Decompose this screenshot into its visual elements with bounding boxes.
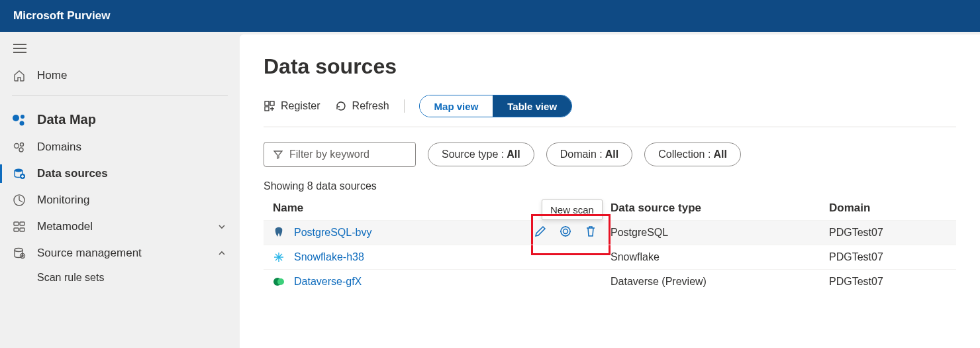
row-domain: PDGTest07 [829,227,980,239]
result-count: Showing 8 data sources [264,180,956,192]
postgres-icon [273,227,285,239]
table-row[interactable]: Snowflake-h38 Snowflake PDGTest07 [264,245,956,269]
nav-data-sources[interactable]: Data sources [0,160,240,187]
svg-rect-15 [265,101,269,105]
svg-rect-16 [270,101,274,105]
chevron-up-icon [217,249,226,258]
map-view-toggle[interactable]: Map view [420,95,493,117]
svg-point-2 [20,121,24,125]
register-button[interactable]: Register [264,100,320,112]
monitoring-icon [12,194,26,207]
svg-point-3 [15,144,19,148]
nav-source-management[interactable]: Source management [0,240,240,266]
nav-metamodel-label: Metamodel [37,220,93,233]
page-title: Data sources [264,54,956,79]
svg-point-5 [19,148,23,152]
register-label: Register [281,100,320,112]
nav-data-sources-label: Data sources [37,167,108,180]
dataverse-icon [273,276,285,288]
refresh-button[interactable]: Refresh [335,100,389,112]
data-sources-icon [12,167,26,180]
data-map-icon [12,113,26,127]
row-name-link[interactable]: Dataverse-gfX [294,276,362,288]
view-toggle: Map view Table view [419,95,572,117]
app-header: Microsoft Purview [0,0,980,32]
sidebar: Home Data Map Domains Data sources [0,32,240,348]
row-domain: PDGTest07 [829,276,980,288]
svg-point-21 [277,278,284,285]
nav-domains[interactable]: Domains [0,134,240,160]
delete-icon[interactable] [584,225,597,238]
nav-home[interactable]: Home [0,62,240,89]
filter-source-type[interactable]: Source type : All [428,143,534,166]
filter-keyword-placeholder: Filter by keyword [289,148,369,160]
nav-domains-label: Domains [37,141,81,154]
refresh-label: Refresh [352,100,389,112]
svg-rect-10 [20,222,24,225]
col-domain[interactable]: Domain [829,202,980,215]
domains-icon [12,141,26,154]
svg-point-19 [564,229,568,234]
row-type: Dataverse (Preview) [611,276,829,288]
section-data-map-label: Data Map [37,112,96,127]
section-data-map[interactable]: Data Map [0,100,240,134]
main-content: Data sources Register Refresh Map view T… [240,34,980,348]
table-row[interactable]: Dataverse-gfX Dataverse (Preview) PDGTes… [264,269,956,294]
svg-point-0 [13,115,19,121]
refresh-icon [335,100,347,112]
svg-point-18 [561,227,570,236]
source-management-icon [12,247,26,260]
filter-collection[interactable]: Collection : All [644,143,741,166]
nav-monitoring-label: Monitoring [37,194,89,207]
nav-scan-rule-sets[interactable]: Scan rule sets [0,266,240,289]
edit-icon[interactable] [534,225,547,238]
table-row[interactable]: PostgreSQL-bvy PostgreSQL PDGTest07 New … [264,220,956,245]
svg-rect-12 [20,228,24,231]
snowflake-icon [273,251,285,263]
filter-icon [273,150,283,159]
nav-metamodel[interactable]: Metamodel [0,213,240,240]
register-icon [264,100,275,112]
svg-point-1 [21,115,24,119]
nav-monitoring[interactable]: Monitoring [0,187,240,213]
row-type: PostgreSQL [611,227,829,239]
filter-keyword-input[interactable]: Filter by keyword [264,142,416,167]
new-scan-icon[interactable] [559,225,572,238]
nav-source-management-label: Source management [37,247,142,260]
product-name: Microsoft Purview [13,9,110,23]
sidebar-divider [12,95,228,96]
data-sources-table: Name Data source type Domain PostgreSQL-… [264,196,956,294]
svg-rect-17 [265,107,269,111]
chevron-down-icon [217,222,226,231]
hamburger-icon[interactable] [13,44,26,53]
row-type: Snowflake [611,251,829,263]
metamodel-icon [12,220,26,233]
row-name-link[interactable]: Snowflake-h38 [294,251,364,263]
table-header: Name Data source type Domain [264,196,956,220]
svg-rect-9 [14,222,19,225]
svg-rect-11 [14,228,19,231]
row-domain: PDGTest07 [829,251,980,263]
filter-row: Filter by keyword Source type : All Doma… [264,142,956,167]
table-view-toggle[interactable]: Table view [493,95,571,117]
toolbar-separator [404,99,405,113]
new-scan-tooltip: New scan [542,200,603,220]
svg-point-6 [15,169,23,172]
row-name-link[interactable]: PostgreSQL-bvy [294,227,371,239]
col-type[interactable]: Data source type [611,202,829,215]
toolbar: Register Refresh Map view Table view [264,95,956,127]
row-actions [534,225,597,238]
filter-domain[interactable]: Domain : All [546,143,632,166]
home-icon [12,69,26,82]
svg-point-4 [21,143,24,146]
nav-home-label: Home [37,69,67,82]
svg-point-13 [15,249,23,252]
nav-scan-rule-sets-label: Scan rule sets [37,272,104,283]
